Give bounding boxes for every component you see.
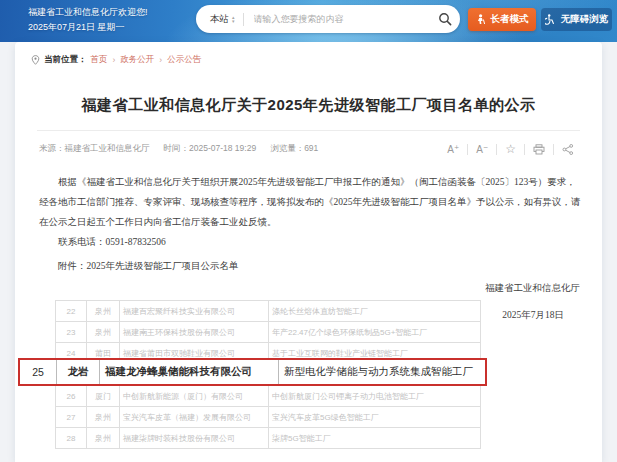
font-increase-button[interactable]: A⁺: [439, 144, 467, 155]
search-scope-select[interactable]: 本站 ▴▾: [210, 13, 235, 26]
cell-company: 福建龙净蜂巢储能科技有限公司: [100, 360, 279, 384]
search-scope-label: 本站: [210, 13, 229, 26]
elder-person-icon: [476, 14, 486, 25]
cell-company: 中创新航新能源（厦门）有限公司: [120, 386, 269, 407]
table-row: 26 厦门 中创新航新能源（厦门）有限公司 中创新航厦门公司锂离子动力电池智能工…: [56, 386, 481, 407]
cell-project: 柒牌5G智能工厂: [269, 428, 481, 449]
title-divider: [37, 130, 580, 131]
cell-company: 宝兴汽车皮革（福建）发展有限公司: [120, 407, 269, 428]
search-input[interactable]: [252, 13, 430, 25]
cell-city: 泉州: [87, 301, 120, 322]
cell-project: 涤纶长丝熔体直纺智能工厂: [269, 301, 481, 322]
current-date: 2025年07月21日 星期一: [28, 20, 148, 35]
cell-no: 26: [56, 386, 87, 407]
signature-date: 2025年7月18日: [485, 309, 580, 322]
cell-city: 泉州: [87, 322, 120, 343]
accessibility-label: 无障碍浏览: [561, 13, 609, 26]
search-divider: [243, 13, 244, 26]
breadcrumb: 当前位置： 首页 › 政务公开 › 公示公告: [31, 54, 201, 66]
search-bar[interactable]: 本站 ▴▾: [196, 5, 460, 33]
breadcrumb-label: 当前位置：: [44, 54, 87, 66]
cell-no: 25: [20, 360, 57, 384]
signature-block: 福建省工业和信息化厅 2025年7月18日: [485, 282, 580, 322]
cell-no: 22: [56, 301, 87, 322]
location-icon: [31, 55, 40, 65]
breadcrumb-separator: ›: [113, 55, 116, 65]
page: 福建省工业和信息化厅欢迎您! 2025年07月21日 星期一 本站 ▴▾: [0, 0, 617, 462]
breadcrumb-separator: ›: [159, 55, 162, 65]
project-table-top: 22 泉州 福建百宏聚纤科技实业有限公司 涤纶长丝熔体直纺智能工厂 23 泉州 …: [55, 300, 481, 364]
top-banner: 福建省工业和信息化厅欢迎您! 2025年07月21日 星期一 本站 ▴▾: [0, 0, 617, 42]
print-icon[interactable]: [525, 144, 553, 155]
share-icon[interactable]: [554, 144, 582, 155]
attachment-line: 附件：2025年先进级智能工厂项目公示名单: [39, 260, 539, 273]
contact-phone: 联系电话：0591-87832506: [39, 236, 539, 249]
table-row: 23 泉州 福建南王环保科技股份有限公司 年产22.47亿个绿色环保纸制品5G+…: [56, 322, 481, 343]
breadcrumb-gsgg[interactable]: 公示公告: [167, 54, 201, 66]
banner-texts: 福建省工业和信息化厅欢迎您! 2025年07月21日 星期一: [28, 5, 148, 35]
cell-project: 中创新航厦门公司锂离子动力电池智能工厂: [269, 386, 481, 407]
cell-company: 福建柒牌时装科技股份有限公司: [120, 428, 269, 449]
meta-time: 时间：2025-07-18 19:29: [164, 143, 257, 155]
font-decrease-button[interactable]: A⁻: [468, 144, 496, 155]
search-icon: [438, 12, 452, 26]
cell-city: 泉州: [87, 428, 120, 449]
favorite-star-icon[interactable]: ☆: [497, 142, 524, 156]
breadcrumb-zwgk[interactable]: 政务公开: [120, 54, 154, 66]
table-row: 22 泉州 福建百宏聚纤科技实业有限公司 涤纶长丝熔体直纺智能工厂: [56, 301, 481, 322]
signature-org: 福建省工业和信息化厅: [485, 282, 580, 295]
cell-company: 福建百宏聚纤科技实业有限公司: [120, 301, 269, 322]
cell-no: 28: [56, 428, 87, 449]
highlighted-table-row: 25 龙岩 福建龙净蜂巢储能科技有限公司 新型电化学储能与动力系统集成智能工厂: [18, 358, 487, 386]
select-arrows-icon: ▴▾: [232, 15, 235, 23]
cell-no: 27: [56, 407, 87, 428]
welcome-text: 福建省工业和信息化厅欢迎您!: [28, 5, 148, 20]
article-meta: 来源：福建省工业和信息化厅 时间：2025-07-18 19:29 浏览量：69…: [39, 142, 582, 156]
attachment-link[interactable]: 2025年先进级智能工厂项目公示名单: [87, 261, 239, 271]
breadcrumb-home[interactable]: 首页: [91, 54, 108, 66]
content-card: 当前位置： 首页 › 政务公开 › 公示公告 福建省工业和信息化厅关于2025年…: [15, 42, 602, 462]
article-title: 福建省工业和信息化厅关于2025年先进级智能工厂项目名单的公示: [15, 96, 602, 115]
meta-views: 浏览量：691: [270, 143, 318, 155]
attachment-label: 附件：: [58, 261, 87, 271]
cell-project: 宝兴汽车皮革5G绿色智能工厂: [269, 407, 481, 428]
meta-source: 来源：福建省工业和信息化厅: [39, 143, 150, 155]
cell-city: 厦门: [87, 386, 120, 407]
cell-no: 23: [56, 322, 87, 343]
cell-project: 年产22.47亿个绿色环保纸制品5G+智能工厂: [269, 322, 481, 343]
cell-city: 龙岩: [57, 360, 100, 384]
accessibility-button[interactable]: 无障碍浏览: [541, 8, 612, 31]
elder-mode-label: 长者模式: [491, 13, 529, 26]
article-tools: A⁺ A⁻ ☆: [439, 142, 582, 156]
cell-project: 新型电化学储能与动力系统集成智能工厂: [279, 360, 485, 384]
cell-company: 福建南王环保科技股份有限公司: [120, 322, 269, 343]
article-paragraph: 根据《福建省工业和信息化厅关于组织开展2025年先进级智能工厂申报工作的通知》（…: [39, 172, 584, 232]
table-row: 27 泉州 宝兴汽车皮革（福建）发展有限公司 宝兴汽车皮革5G绿色智能工厂: [56, 407, 481, 428]
table-row: 28 泉州 福建柒牌时装科技股份有限公司 柒牌5G智能工厂: [56, 428, 481, 449]
cell-city: 泉州: [87, 407, 120, 428]
search-button[interactable]: [430, 5, 460, 33]
wheelchair-icon: [545, 14, 556, 25]
project-table-bottom: 26 厦门 中创新航新能源（厦门）有限公司 中创新航厦门公司锂离子动力电池智能工…: [55, 385, 481, 449]
elder-mode-button[interactable]: 长者模式: [468, 8, 536, 31]
